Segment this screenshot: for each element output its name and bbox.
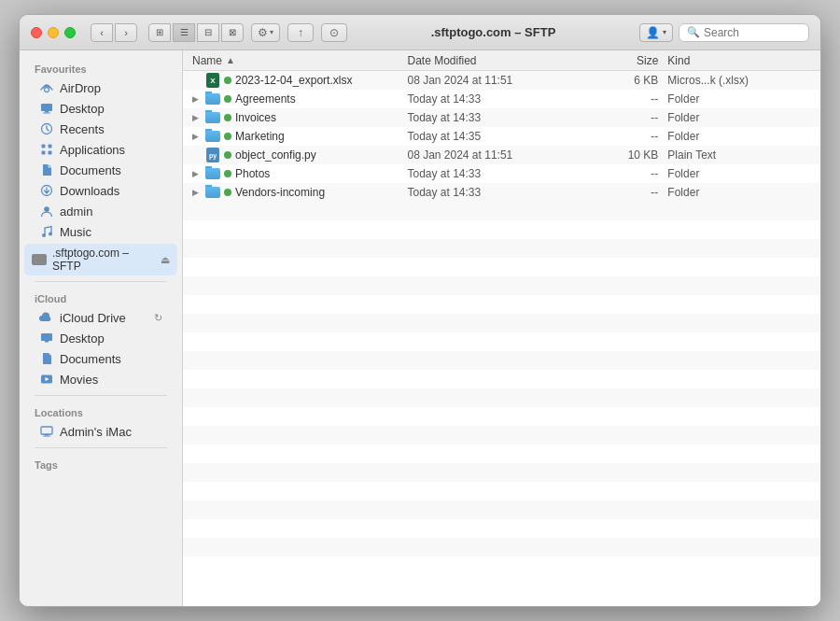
file-modified: Today at 14:33: [407, 92, 586, 106]
size-column-header[interactable]: Size: [587, 54, 668, 67]
gallery-view-button[interactable]: ⊠: [221, 23, 244, 42]
desktop-icon: [39, 101, 54, 116]
file-modified: Today at 14:33: [407, 167, 586, 180]
search-box[interactable]: 🔍: [679, 23, 809, 42]
empty-row: [183, 388, 820, 407]
sidebar-item-icloud-drive[interactable]: iCloud Drive ↻: [24, 307, 177, 328]
empty-row: [183, 202, 820, 220]
table-row[interactable]: ▶ Agreements Today at 14:33 -- Folder: [183, 90, 820, 108]
maximize-button[interactable]: [64, 27, 76, 38]
sync-dot: [224, 114, 231, 121]
sidebar-item-sftp[interactable]: .sftptogo.com – SFTP ⏏: [24, 244, 177, 275]
name-column-header[interactable]: Name ▲: [192, 54, 407, 67]
table-row[interactable]: ▶ Photos Today at 14:33 -- Folder: [183, 164, 820, 183]
disclosure-arrow[interactable]: ▶: [192, 113, 203, 122]
sidebar-item-documents[interactable]: Documents: [24, 160, 177, 180]
minimize-button[interactable]: [48, 27, 59, 38]
sidebar-music-label: Music: [60, 225, 91, 239]
search-input[interactable]: [704, 26, 801, 39]
svg-point-10: [44, 206, 49, 212]
svg-rect-18: [45, 434, 49, 436]
eject-icon[interactable]: ⏏: [161, 254, 170, 266]
kind-column-header[interactable]: Kind: [667, 54, 811, 67]
column-view-button[interactable]: ⊟: [197, 23, 219, 42]
sidebar-item-music[interactable]: Music: [24, 221, 177, 242]
copy-button[interactable]: ⊙: [321, 23, 347, 42]
empty-row: [183, 295, 820, 314]
file-area: Name ▲ Date Modified Size Kind X: [183, 50, 820, 606]
table-row[interactable]: ▶ Vendors-incoming Today at 14:33 -- Fol…: [183, 183, 820, 202]
sidebar-item-desktop[interactable]: Desktop: [24, 98, 177, 119]
documents-icon-2: [39, 351, 54, 366]
close-button[interactable]: [31, 27, 42, 38]
file-name: Agreements: [235, 92, 296, 106]
person-icon: [39, 204, 54, 219]
sidebar-item-admin[interactable]: admin: [24, 201, 177, 221]
account-button[interactable]: 👤 ▾: [639, 23, 673, 42]
sidebar-icloud-drive-label: iCloud Drive: [60, 311, 126, 325]
chevron-down-icon: ▾: [663, 28, 666, 36]
clock-icon: [39, 121, 54, 136]
folder-icon: [205, 129, 220, 144]
modified-column-header[interactable]: Date Modified: [407, 54, 586, 67]
sidebar-item-downloads[interactable]: Downloads: [24, 180, 177, 201]
sidebar-divider-2: [35, 395, 167, 396]
table-row[interactable]: py object_config.py 08 Jan 2024 at 11:51…: [183, 146, 820, 164]
file-kind: Folder: [667, 186, 811, 199]
folder-icon: [205, 92, 220, 106]
sidebar-item-applications[interactable]: Applications: [24, 139, 177, 160]
list-view-button[interactable]: ☰: [173, 23, 195, 42]
sidebar-item-recents[interactable]: Recents: [24, 119, 177, 139]
file-name-cell: ▶ Photos: [192, 166, 407, 181]
arrange-button[interactable]: ⚙ ▾: [251, 23, 280, 42]
nav-buttons: ‹ ›: [91, 23, 137, 42]
file-name-cell: ▶ Agreements: [192, 92, 407, 106]
python-file-icon: py: [205, 148, 220, 162]
svg-rect-19: [43, 435, 50, 436]
table-row[interactable]: ▶ Invoices Today at 14:33 -- Folder: [183, 108, 820, 127]
sidebar-item-imac[interactable]: Admin's iMac: [24, 421, 177, 442]
svg-rect-6: [49, 145, 52, 148]
disclosure-arrow[interactable]: ▶: [192, 169, 203, 178]
sidebar-icloud-documents-label: Documents: [60, 352, 121, 366]
svg-rect-17: [41, 427, 52, 434]
empty-row: [183, 426, 820, 445]
search-area: 👤 ▾ 🔍: [639, 23, 809, 42]
disclosure-arrow[interactable]: ▶: [192, 188, 203, 197]
file-kind: Micros...k (.xlsx): [667, 74, 811, 87]
sidebar-item-icloud-desktop[interactable]: Desktop: [24, 328, 177, 348]
file-size: 10 KB: [587, 148, 668, 162]
table-row[interactable]: X 2023-12-04_export.xlsx 08 Jan 2024 at …: [183, 71, 820, 90]
sidebar-item-movies[interactable]: Movies: [24, 369, 177, 389]
action-button[interactable]: ↑: [287, 23, 314, 42]
empty-row: [183, 351, 820, 370]
sync-dot: [224, 95, 231, 103]
disclosure-arrow[interactable]: ▶: [192, 94, 203, 104]
file-name: Photos: [235, 167, 270, 180]
empty-row: [183, 557, 820, 575]
svg-rect-1: [41, 104, 52, 111]
titlebar: ‹ › ⊞ ☰ ⊟ ⊠ ⚙ ▾ ↑ ⊙ .sftptogo.com – SFTP…: [20, 15, 820, 50]
forward-button[interactable]: ›: [115, 23, 137, 42]
applications-icon: [39, 142, 54, 157]
icloud-sync-icon: ↻: [154, 312, 162, 324]
downloads-icon: [39, 183, 54, 198]
sidebar-sftp-label: .sftptogo.com – SFTP: [52, 247, 155, 273]
file-modified: 08 Jan 2024 at 11:51: [407, 148, 586, 162]
disclosure-arrow[interactable]: ▶: [192, 132, 203, 141]
table-row[interactable]: ▶ Marketing Today at 14:35 -- Folder: [183, 127, 820, 146]
file-size: --: [587, 167, 668, 180]
file-name: 2023-12-04_export.xlsx: [235, 74, 352, 87]
sidebar-applications-label: Applications: [60, 143, 125, 157]
window-title: .sftptogo.com – SFTP: [364, 25, 623, 39]
back-button[interactable]: ‹: [91, 23, 113, 42]
icloud-section-title: iCloud: [20, 288, 182, 307]
icon-view-button[interactable]: ⊞: [148, 23, 171, 42]
sidebar-movies-label: Movies: [60, 373, 98, 387]
file-kind: Folder: [667, 167, 811, 180]
sidebar-item-icloud-documents[interactable]: Documents: [24, 348, 177, 369]
sidebar-item-airdrop[interactable]: AirDrop: [24, 78, 177, 98]
file-name-cell: py object_config.py: [192, 148, 407, 162]
file-name-cell: X 2023-12-04_export.xlsx: [192, 73, 407, 88]
sync-dot: [224, 151, 231, 159]
